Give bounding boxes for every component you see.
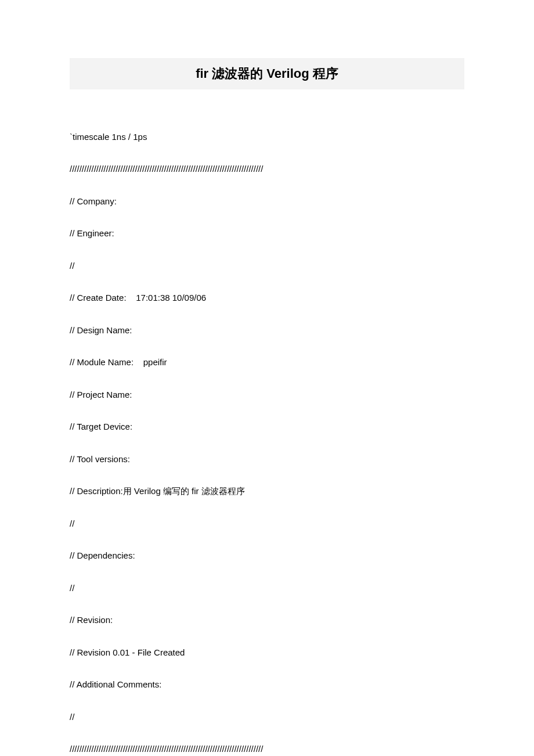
code-line: // Module Name: ppeifir: [70, 354, 464, 370]
code-line: // Company:: [70, 193, 464, 210]
page-title: fir 滤波器的 Verilog 程序: [70, 65, 464, 82]
code-line: // Description:用 Verilog 编写的 fir 滤波器程序: [70, 483, 464, 499]
code-line: // Design Name:: [70, 322, 464, 339]
code-line: //: [70, 258, 464, 274]
code-line: // Revision 0.01 - File Created: [70, 645, 464, 661]
code-line: ////////////////////////////////////////…: [70, 161, 464, 177]
code-line: // Revision:: [70, 612, 464, 628]
code-line: // Target Device:: [70, 419, 464, 435]
code-line: //: [70, 580, 464, 596]
code-line: //: [70, 516, 464, 532]
code-line: `timescale 1ns / 1ps: [70, 129, 464, 145]
code-line: // Project Name:: [70, 387, 464, 403]
code-line: // Create Date: 17:01:38 10/09/06: [70, 290, 464, 306]
code-line: // Additional Comments:: [70, 676, 464, 693]
code-line: // Tool versions:: [70, 451, 464, 467]
code-content: `timescale 1ns / 1ps ///////////////////…: [70, 113, 464, 756]
code-line: //: [70, 709, 464, 725]
code-line: ////////////////////////////////////////…: [70, 741, 464, 756]
code-line: // Engineer:: [70, 225, 464, 242]
code-line: // Dependencies:: [70, 548, 464, 564]
title-banner: fir 滤波器的 Verilog 程序: [70, 58, 464, 89]
